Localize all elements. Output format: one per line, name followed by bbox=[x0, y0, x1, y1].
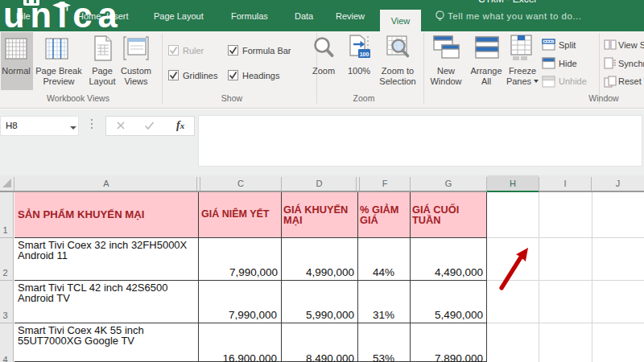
svg-text:100: 100 bbox=[360, 51, 369, 57]
